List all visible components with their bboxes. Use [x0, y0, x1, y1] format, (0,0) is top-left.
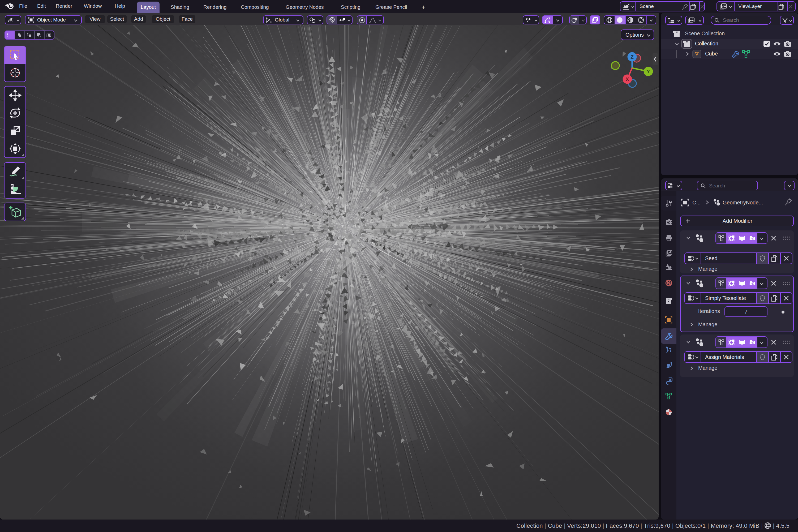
svg-text:X: X — [626, 76, 629, 82]
svg-text:Y: Y — [647, 69, 650, 74]
svg-text:Z: Z — [630, 54, 634, 60]
